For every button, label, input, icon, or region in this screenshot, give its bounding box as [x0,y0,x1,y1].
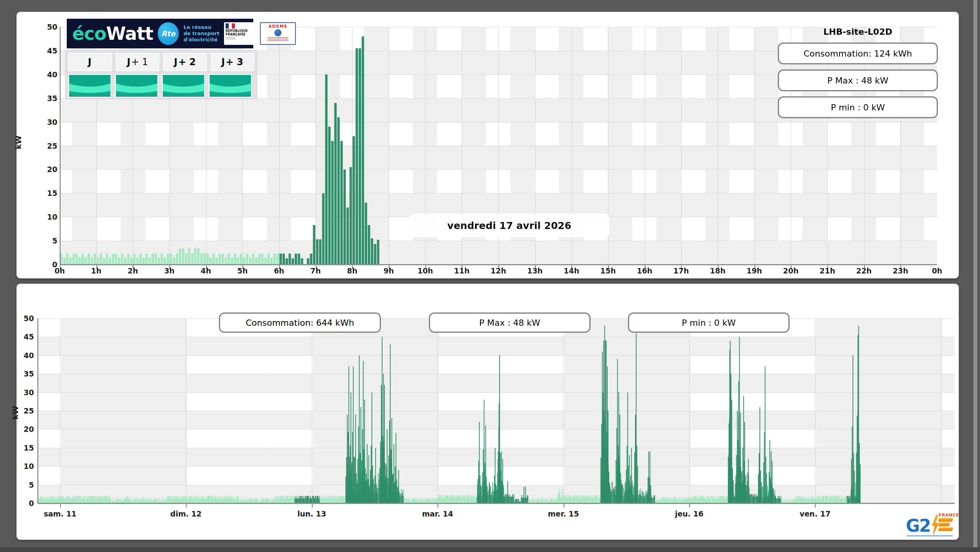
site-title: LHB-site-L02D [778,27,938,37]
x-tick-label: ven. 17 [797,509,832,518]
y-tick-label: 25 [34,142,57,150]
x-tick-label: 14h [554,266,589,275]
x-tick-label: 6h [261,266,297,275]
x-tick-label: jeu. 16 [672,509,707,518]
ecowatt-forecast-thumbnail-j1[interactable] [115,74,158,98]
x-tick-label: 2h [115,266,150,275]
ecowatt-forecast-thumbnail-j3[interactable] [208,74,252,98]
x-tick-label: 13h [518,266,553,275]
ademe-logo: ADEME [260,22,296,45]
x-tick-label: 0h [42,266,77,275]
window-bottom-edge [0,547,980,552]
stat-consumption-daily: Consommation: 124 kWh [778,43,938,64]
y-tick-label: 10 [34,213,57,221]
x-tick-label: 18h [700,266,735,275]
y-tick-label: 35 [11,369,34,378]
stat-pmin-weekly: P min : 0 kW [628,312,790,333]
x-tick-label: 0h [920,266,955,275]
x-tick-label: 9h [371,266,406,275]
x-tick-label: lun. 13 [294,509,329,518]
x-tick-label: 3h [152,266,187,275]
x-tick-label: 12h [481,266,516,275]
x-tick-label: 20h [773,266,808,275]
stat-pmin-daily: P min : 0 kW [778,96,938,118]
y-tick-label: 25 [11,406,34,415]
y-tick-label: 50 [11,314,34,323]
y-tick-label: 15 [11,444,34,452]
ecowatt-banner: écoWatt Rte Le réseau de transport d'éle… [67,19,253,48]
app-window: kW 05101520253035404550 0h1h2h3h4h5h6h7h… [0,0,980,552]
x-tick-label: 15h [590,266,626,275]
y-tick-label: 35 [34,94,57,103]
x-tick-label: mer. 15 [546,509,581,518]
y-tick-label: 50 [34,23,57,31]
x-tick-label: 4h [189,266,224,275]
x-tick-label: 5h [225,266,260,275]
stat-pmax-daily: P Max : 48 kW [778,69,938,91]
x-tick-label: 22h [847,266,882,275]
date-label: vendredi 17 avril 2026 [409,214,609,237]
republique-francaise-logo: RÉPUBLIQUEFRANÇAISE [224,22,255,45]
x-tick-label: dim. 12 [168,509,203,518]
y-tick-label: 45 [11,332,34,341]
x-tick-label: 10h [408,266,443,275]
scrollbar[interactable] [973,0,977,552]
y-tick-label: 30 [34,118,57,126]
x-tick-label: 21h [810,266,845,275]
rte-tagline: Le réseau de transport d'électricité [183,24,219,43]
x-tick-label: sam. 11 [43,509,78,518]
x-tick-label: 16h [627,266,662,275]
x-tick-label: mar. 14 [420,509,455,518]
x-tick-label: 23h [883,266,918,275]
y-tick-label: 5 [34,236,57,245]
x-tick-label: 19h [737,266,772,275]
x-tick-label: 17h [663,266,699,275]
ademe-globe-icon [274,29,281,36]
y-tick-label: 5 [11,481,34,489]
tab-day-j3[interactable]: J+ 3 [210,53,255,71]
y-axis-unit-label: kW [14,135,23,149]
x-tick-label: 8h [334,266,370,275]
tab-day-j2[interactable]: J+ 2 [163,53,207,71]
ecowatt-logo: écoWatt [72,23,153,44]
tab-day-j[interactable]: J [68,53,112,71]
ecowatt-forecast-thumbnail-j[interactable] [68,74,112,98]
stat-pmax-weekly: P Max : 48 kW [429,312,590,333]
french-flag-icon [226,23,235,28]
rte-logo: Rte [158,22,179,45]
day-selector: J J+ 1 J+ 2 J+ 3 [65,50,257,99]
y-tick-label: 45 [34,46,57,55]
y-tick-label: 20 [34,165,57,174]
stat-consumption-weekly: Consommation: 644 kWh [219,312,381,333]
y-tick-label: 40 [34,70,57,79]
weekly-chart-plot-area [37,318,955,503]
y-tick-label: 15 [34,189,57,197]
daily-chart-panel: kW 05101520253035404550 0h1h2h3h4h5h6h7h… [16,12,959,279]
x-tick-label: 1h [79,266,114,275]
x-tick-label: 11h [444,266,479,275]
y-tick-label: 0 [11,499,34,508]
y-tick-label: 10 [11,462,34,470]
y-tick-label: 40 [11,351,34,360]
tab-day-j1[interactable]: J+ 1 [116,53,160,71]
g2e-e-icon [939,518,953,532]
x-tick-label: 7h [298,266,333,275]
g2e-france-logo: G2 FRANCE [906,515,957,538]
weekly-chart-bars [37,318,955,509]
y-tick-label: 20 [11,425,34,433]
weekly-chart-panel: kW 05101520253035404550 sam. 11dim. 12lu… [16,284,959,540]
ecowatt-forecast-thumbnail-j2[interactable] [162,74,205,98]
y-tick-label: 30 [11,388,34,397]
